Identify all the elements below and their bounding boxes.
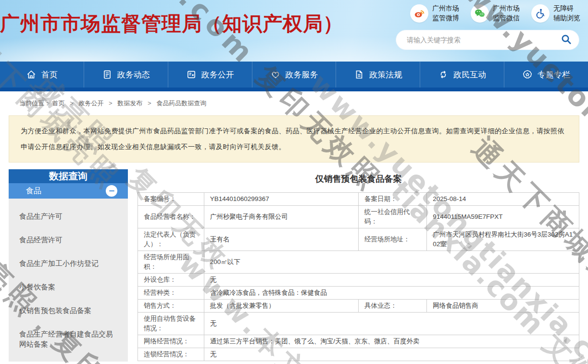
table-row: 经营场所使用面积： 200㎡以下 <box>138 251 579 273</box>
exchange-arrows-icon <box>438 69 449 80</box>
search-icon <box>561 34 572 47</box>
table-value-cell: 批发（含批发兼零售） <box>204 299 358 312</box>
breadcrumb-item-data-release[interactable]: 数据发布 <box>117 100 142 107</box>
collapse-minus-icon[interactable] <box>106 185 117 197</box>
nav-item-news[interactable]: 政务动态 <box>84 62 168 88</box>
nav-item-home[interactable]: 首页 <box>0 62 84 88</box>
table-label-cell: 经营场所地址： <box>358 228 426 251</box>
nav-label: 首页 <box>41 69 58 80</box>
sidebar-item-self-built-trading-website-filing[interactable]: 食品生产经营者自建食品交易网站备案 <box>9 322 128 356</box>
document-lines-icon <box>102 69 113 80</box>
table-label-cell: 备案编号： <box>138 192 204 205</box>
table-value-cell: 2025-08-14 <box>427 192 579 205</box>
breadcrumb-label: 当前位置： <box>19 100 50 107</box>
search-box <box>396 30 579 50</box>
table-value-cell: 王有名 <box>204 228 358 251</box>
sidebar-category-label: 食品 <box>26 186 41 196</box>
table-row: 食品经营者名称： 广州秒聚电子商务有限公司 统一社会信用代码： 91440115… <box>138 205 579 228</box>
sidebar-list: 食品生产许可 食品经营许可 食品生产加工小作坊登记 小餐饮备案 仅销售预包装食品… <box>9 199 128 362</box>
page: 广州市市场监督管理局（知识产权局） 广州市场 监管微博 <box>0 0 588 364</box>
nav-item-services[interactable]: 政务服务 <box>252 62 337 88</box>
table-label-cell: 食品经营者名称： <box>138 205 204 228</box>
table-row: 使用自动售货设备情况： 无 <box>138 312 579 335</box>
nav-item-disclosure[interactable]: 政务公开 <box>168 62 252 88</box>
record-title: 仅销售预包装食品备案 <box>138 173 579 185</box>
table-label-cell: 外设仓库： <box>138 273 204 286</box>
document-icon <box>354 69 364 80</box>
search-button[interactable] <box>561 34 572 47</box>
sidebar-item-food-operation-license[interactable]: 食品经营许可 <box>9 228 128 251</box>
table-value-cell: 广州秒聚电子商务有限公司 <box>204 205 358 228</box>
table-label-cell: 统一社会信用代码： <box>358 205 426 228</box>
notice-banner: 为方便企业和群众，本网站免费提供广州市食品药品监管部门准予许可或备案的食品、药品… <box>9 115 579 163</box>
sidebar-item-prepackaged-food-filing[interactable]: 仅销售预包装食品备案 <box>9 299 128 322</box>
site-banner: 广州市市场监督管理局（知识产权局） 广州市场 监管微博 <box>0 0 588 62</box>
table-value-cell: 网络食品销售商 <box>427 299 579 312</box>
wechat-link[interactable]: 广州市场 监管微信 <box>471 4 520 23</box>
table-label-cell: 法定代表人（负责人）： <box>138 228 204 251</box>
nav-item-special-columns[interactable]: 专题专栏 <box>504 62 588 88</box>
table-label-cell: 具体业态： <box>358 299 426 312</box>
table-label-cell: 使用自动售货设备情况： <box>138 312 204 335</box>
wechat-icon <box>471 4 489 23</box>
nav-label: 政策法规 <box>369 69 402 80</box>
nav-label: 政民互动 <box>453 69 486 80</box>
heart-icon <box>270 69 281 80</box>
document-star-icon <box>186 69 197 80</box>
sidebar-item-small-workshop-registration[interactable]: 食品生产加工小作坊登记 <box>9 251 128 275</box>
nav-item-interaction[interactable]: 政民互动 <box>420 62 504 88</box>
breadcrumb-item-disclosure[interactable]: 政务公开 <box>78 100 103 107</box>
table-value-cell: YB14401060299367 <box>204 192 358 205</box>
breadcrumb-item-home[interactable]: 首页 <box>52 100 65 107</box>
record-table: 备案编号： YB14401060299367 备案日期： 2025-08-14 … <box>138 192 579 361</box>
content: 数据查询 食品 食品生产许可 食品经营许可 食品生产加工小作坊登记 小餐饮备案 … <box>9 169 579 362</box>
nav-label: 政务服务 <box>286 69 318 80</box>
sidebar-category-food[interactable]: 食品 <box>9 183 128 198</box>
table-row: 备案编号： YB14401060299367 备案日期： 2025-08-14 <box>138 192 579 205</box>
table-row: 外设仓库： 无 <box>138 273 579 286</box>
breadcrumb: 当前位置： 首页 > 政务公开 > 数据发布 > 食品药品数据查询 <box>0 91 588 113</box>
table-value-cell: 91440115MA59E7FPXT <box>427 205 579 228</box>
table-value-cell: 含冷藏冷冻食品，含特殊食品：保健食品 <box>204 286 579 299</box>
nav-item-policies[interactable]: 政策法规 <box>336 62 420 88</box>
sidebar: 数据查询 食品 食品生产许可 食品经营许可 食品生产加工小作坊登记 小餐饮备案 … <box>9 169 128 362</box>
weibo-icon <box>410 4 428 23</box>
accessibility-link-label: 无障碍 辅助浏览 <box>553 4 580 23</box>
weibo-link-label: 广州市场 监管微博 <box>432 4 459 23</box>
breadcrumb-separator: > <box>148 100 151 107</box>
accessibility-icon <box>531 4 550 23</box>
table-value-cell: 无 <box>204 312 579 335</box>
table-row: 连锁经营情况： 无 <box>138 348 579 361</box>
wechat-link-label: 广州市场 监管微信 <box>493 4 520 23</box>
sidebar-item-small-catering-filing[interactable]: 小餐饮备案 <box>9 275 128 299</box>
table-row: 经营种类： 含冷藏冷冻食品，含特殊食品：保健食品 <box>138 286 579 299</box>
site-title: 广州市市场监督管理局（知识产权局） <box>0 11 343 37</box>
table-row: 网络经营情况： 通过第三方平台销售：美团、饿了么、淘宝/天猫、京东、微店、百度外… <box>138 335 579 348</box>
home-icon <box>26 69 37 80</box>
table-value-cell: 无 <box>204 273 579 286</box>
table-value-cell: 通过第三方平台销售：美团、饿了么、淘宝/天猫、京东、微店、百度外卖 <box>204 335 579 348</box>
table-value-cell: 200㎡以下 <box>204 251 579 273</box>
table-label-cell: 连锁经营情况： <box>138 348 204 361</box>
nav-label: 政务公开 <box>201 69 234 80</box>
table-label-cell: 销售方式： <box>138 299 204 312</box>
breadcrumb-separator: > <box>109 100 113 107</box>
search-input[interactable] <box>407 36 561 44</box>
main-nav: 首页 政务动态 政务公开 <box>0 62 588 88</box>
breadcrumb-item-current: 食品药品数据查询 <box>156 100 206 107</box>
nav-label: 政务动态 <box>117 69 150 80</box>
main-panel: 仅销售预包装食品备案 备案编号： YB14401060299367 备案日期： … <box>138 169 579 362</box>
table-row: 法定代表人（负责人）： 王有名 经营场所地址： 广州市天河区员村程界南社大街36… <box>138 228 579 251</box>
breadcrumb-separator: > <box>70 100 74 107</box>
header-quick-links: 广州市场 监管微博 <box>410 4 580 23</box>
table-label-cell: 经营种类： <box>138 286 204 299</box>
table-row: 销售方式： 批发（含批发兼零售） 具体业态： 网络食品销售商 <box>138 299 579 312</box>
sidebar-title: 数据查询 <box>9 169 128 184</box>
badge-star-icon <box>522 69 533 80</box>
table-label-cell: 经营场所使用面积： <box>138 251 204 273</box>
table-label-cell: 网络经营情况： <box>138 335 204 348</box>
table-value-cell: 广州市天河区员村程界南社大街36号3层302房A102室 <box>427 228 579 251</box>
accessibility-link[interactable]: 无障碍 辅助浏览 <box>531 4 580 23</box>
sidebar-item-food-production-license[interactable]: 食品生产许可 <box>9 204 128 228</box>
weibo-link[interactable]: 广州市场 监管微博 <box>410 4 459 23</box>
